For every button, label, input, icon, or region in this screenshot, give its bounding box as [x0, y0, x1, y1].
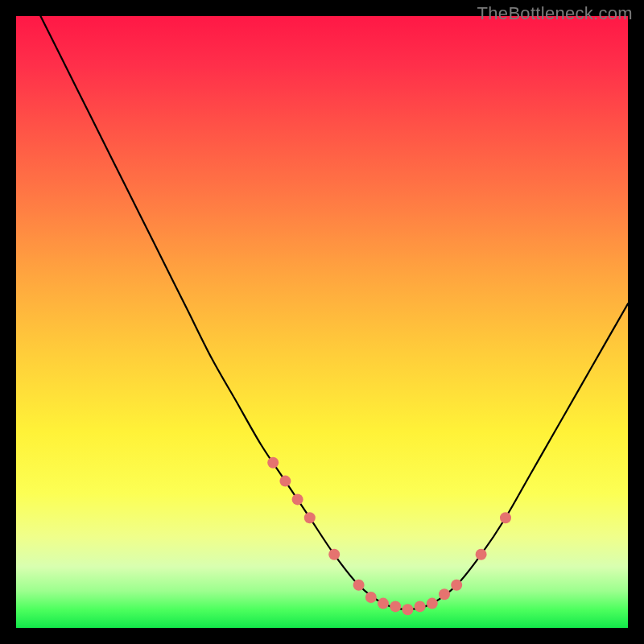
attribution-label: TheBottleneck.com — [477, 3, 633, 24]
curve-layer — [16, 16, 628, 628]
chart-stage: TheBottleneck.com — [0, 0, 644, 644]
marker-dot — [267, 457, 279, 469]
marker-dot — [365, 592, 377, 603]
marker-dot — [476, 549, 487, 560]
marker-dot — [402, 604, 413, 615]
plot-area — [16, 16, 628, 628]
marker-dot — [353, 580, 365, 591]
marker-dot — [390, 601, 401, 612]
marker-dots — [267, 457, 511, 615]
marker-dot — [304, 512, 316, 523]
marker-dot — [439, 588, 450, 600]
marker-dot — [451, 580, 462, 591]
bottleneck-curve — [40, 16, 628, 609]
marker-dot — [328, 549, 340, 560]
marker-dot — [500, 512, 511, 523]
marker-dot — [378, 598, 389, 609]
marker-dot — [427, 598, 438, 609]
marker-dot — [279, 476, 291, 487]
marker-dot — [292, 493, 303, 505]
marker-dot — [415, 601, 426, 612]
